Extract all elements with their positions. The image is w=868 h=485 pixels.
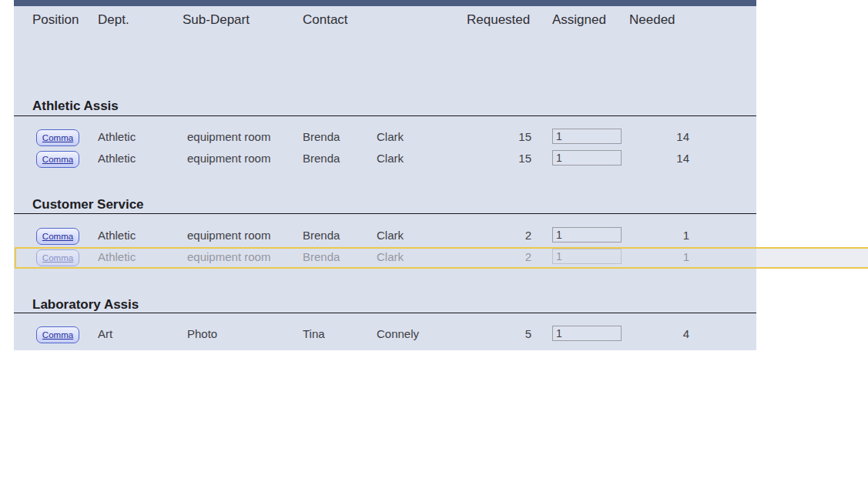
- sub-depart-cell: equipment room: [187, 225, 274, 246]
- column-header-dept: Dept.: [98, 10, 129, 30]
- dept-cell: Athletic: [98, 225, 136, 246]
- sub-depart-cell: Photo: [187, 323, 274, 345]
- top-accent-bar: [14, 0, 756, 6]
- column-header-needed: Needed: [629, 10, 675, 30]
- assigned-input[interactable]: [552, 227, 622, 242]
- contact-last-name-cell: Clark: [377, 246, 404, 268]
- contact-first-name-cell: Tina: [303, 323, 325, 345]
- group-header-laboratory-assis: Laboratory Assis: [32, 296, 139, 313]
- command-button[interactable]: Comma: [36, 151, 79, 168]
- contact-first-name-cell: Brenda: [303, 148, 340, 169]
- sub-depart-cell: equipment room: [187, 148, 274, 169]
- assigned-input[interactable]: [552, 129, 622, 144]
- command-button[interactable]: Comma: [36, 129, 79, 146]
- sub-depart-cell: equipment room: [187, 246, 274, 268]
- group-divider-line: [14, 313, 756, 313]
- contact-last-name-cell: Clark: [377, 126, 404, 148]
- column-header-contact: Contact: [303, 10, 348, 30]
- command-button[interactable]: Comma: [36, 228, 79, 245]
- requested-cell: 15: [470, 126, 531, 148]
- column-header-position: Position: [32, 10, 79, 30]
- assigned-input[interactable]: [552, 150, 622, 166]
- dept-cell: Athletic: [98, 246, 136, 268]
- assigned-input[interactable]: [552, 326, 622, 341]
- column-header-requested: Requested: [467, 10, 530, 30]
- group-divider-line: [14, 213, 756, 214]
- dept-cell: Art: [98, 323, 112, 345]
- assigned-input[interactable]: [552, 249, 622, 264]
- column-header-sub-depart: Sub-Depart: [183, 10, 250, 30]
- group-divider-line: [14, 115, 756, 116]
- requested-cell: 5: [470, 323, 531, 345]
- requested-cell: 2: [470, 246, 531, 268]
- dept-cell: Athletic: [98, 148, 136, 169]
- group-header-athletic-assis: Athletic Assis: [32, 98, 119, 115]
- table-row-dragged: Comma Athletic equipment room Brenda Cla…: [14, 246, 756, 268]
- contact-first-name-cell: Brenda: [303, 246, 340, 268]
- needed-cell: 14: [628, 148, 689, 169]
- requested-cell: 15: [470, 148, 531, 169]
- sub-depart-cell: equipment room: [187, 126, 274, 148]
- needed-cell: 1: [628, 225, 689, 246]
- dept-cell: Athletic: [98, 126, 136, 148]
- contact-last-name-cell: Clark: [377, 148, 404, 169]
- group-header-customer-service: Customer Service: [32, 196, 144, 213]
- contact-first-name-cell: Brenda: [303, 225, 340, 246]
- needed-cell: 1: [628, 246, 689, 268]
- drag-highlight-right-fill: [756, 247, 868, 269]
- contact-first-name-cell: Brenda: [303, 126, 340, 148]
- contact-last-name-cell: Clark: [377, 225, 404, 246]
- contact-last-name-cell: Connely: [377, 323, 419, 345]
- command-button[interactable]: Comma: [36, 326, 79, 343]
- command-button[interactable]: Comma: [36, 249, 79, 266]
- table-row: Comma Athletic equipment room Brenda Cla…: [14, 126, 756, 148]
- table-row: Comma Art Photo Tina Connely 5 4: [14, 323, 756, 345]
- needed-cell: 4: [628, 323, 689, 345]
- column-header-assigned: Assigned: [552, 10, 606, 30]
- needed-cell: 14: [628, 126, 689, 148]
- table-row: Comma Athletic equipment room Brenda Cla…: [14, 225, 756, 246]
- table-row: Comma Athletic equipment room Brenda Cla…: [14, 148, 756, 169]
- requested-cell: 2: [470, 225, 531, 246]
- report-canvas: Position Dept. Sub-Depart Contact Reques…: [14, 0, 756, 350]
